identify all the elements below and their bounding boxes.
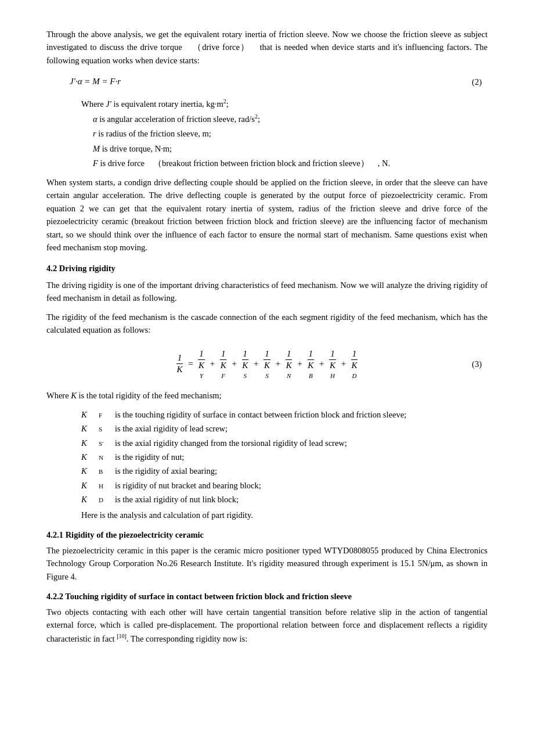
- touching-rigidity-paragraph: Two objects contacting with each other w…: [46, 606, 488, 645]
- equation-2: J′·α = M = F·r: [70, 75, 472, 88]
- equation-3-number: (3): [472, 358, 482, 370]
- piezo-ceramic-paragraph: The piezoelectricity ceramic in this pap…: [46, 544, 488, 583]
- section-421-heading: 4.2.1 Rigidity of the piezoelectricity c…: [46, 528, 488, 541]
- equation-3-block: 1 K = 1 KY + 1 KF + 1 KS + 1 KS +: [46, 348, 488, 380]
- driving-rigidity-p2: The rigidity of the feed mechanism is th…: [46, 311, 488, 337]
- k-b-item: K B is the rigidity of axial bearing;: [81, 465, 488, 477]
- intro-paragraph: Through the above analysis, we get the e…: [46, 28, 488, 67]
- k-s-item: K S is the axial rigidity of lead screw;: [81, 422, 488, 435]
- equation-2-number: (2): [472, 75, 488, 88]
- k-n-item: K N is the rigidity of nut;: [81, 451, 488, 463]
- where-m: M is drive torque, N·m;: [93, 142, 488, 155]
- equation-2-block: J′·α = M = F·r (2): [70, 75, 488, 88]
- where-j: Where J′ is equivalent rotary inertia, k…: [81, 97, 488, 110]
- where-r: r is radius of the friction sleeve, m;: [93, 127, 488, 140]
- where-alpha: α is angular acceleration of friction sl…: [93, 112, 488, 125]
- k-f-item: K F is the touching rigidity of surface …: [81, 408, 488, 421]
- where-list-eq2: Where J′ is equivalent rotary inertia, k…: [81, 97, 488, 170]
- equation-3: 1 K = 1 KY + 1 KF + 1 KS + 1 KS +: [174, 348, 360, 380]
- page: Through the above analysis, we get the e…: [0, 0, 534, 756]
- here-analysis: Here is the analysis and calculation of …: [81, 509, 488, 521]
- section-422-heading: 4.2.2 Touching rigidity of surface in co…: [46, 590, 488, 603]
- section-42-heading: 4.2 Driving rigidity: [46, 262, 488, 275]
- where-f: F is drive force （breakout friction betw…: [93, 157, 488, 170]
- system-start-paragraph: When system starts, a condign drive defl…: [46, 176, 488, 254]
- k-d-item: K D is the axial rigidity of nut link bl…: [81, 493, 488, 506]
- driving-rigidity-p1: The driving rigidity is one of the impor…: [46, 279, 488, 305]
- where-k-total: Where K is the total rigidity of the fee…: [46, 389, 488, 402]
- k-h-item: K H is rigidity of nut bracket and beari…: [81, 479, 488, 492]
- k-sprime-item: K S′ is the axial rigidity changed from …: [81, 437, 488, 449]
